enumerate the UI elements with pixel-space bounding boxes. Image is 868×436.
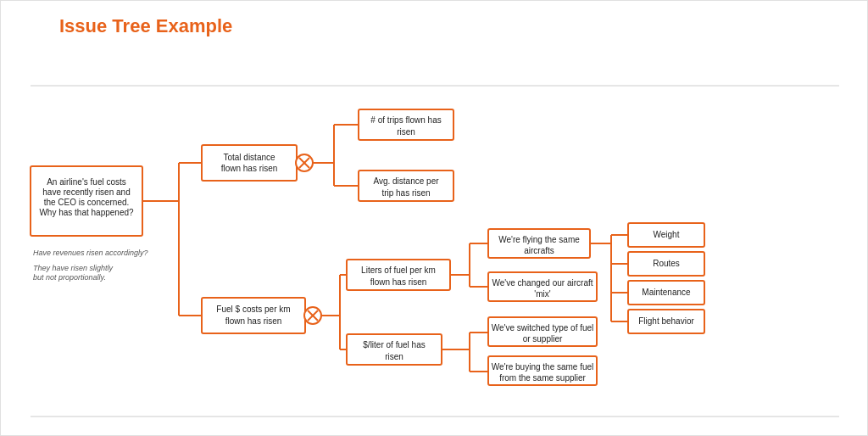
root-text3: the CEO is concerned. bbox=[44, 198, 130, 207]
root-text4: Why has that happened? bbox=[39, 208, 134, 217]
right4-text: Flight behavior bbox=[638, 316, 694, 326]
branch1-text2: flown has risen bbox=[221, 164, 278, 173]
right1-text: Weight bbox=[654, 230, 680, 239]
leaf2-1-1-text2: aircrafts bbox=[524, 246, 554, 255]
mid2-1-text1: Liters of fuel per km bbox=[361, 266, 436, 275]
leaf1-1-text2: risen bbox=[397, 127, 415, 137]
right2-text: Routes bbox=[653, 259, 680, 268]
mid2-2-text1: $/liter of fuel has bbox=[363, 340, 425, 349]
root-text: An airline's fuel costs bbox=[47, 177, 126, 187]
leaf2-2-2-text2: from the same supplier bbox=[499, 373, 586, 383]
leaf1-2-text1: Avg. distance per bbox=[373, 176, 439, 186]
branch1-text1: Total distance bbox=[223, 153, 275, 162]
leaf2-2-1-text1: We've switched type of fuel bbox=[492, 323, 594, 333]
root-text2: have recently risen and bbox=[42, 187, 130, 197]
leaf2-1-2-text1: We've changed our aircraft bbox=[492, 278, 593, 288]
branch2-text1: Fuel $ costs per km bbox=[216, 305, 290, 314]
page: Issue Tree Example An airline's fuel cos… bbox=[0, 0, 868, 436]
note2a: They have risen slightly bbox=[33, 264, 114, 272]
diagram: An airline's fuel costs have recently ri… bbox=[1, 1, 868, 436]
leaf2-2-1-text2: or supplier bbox=[523, 334, 563, 344]
leaf2-1-2-text2: 'mix' bbox=[534, 289, 550, 299]
mid2-1-text2: flown has risen bbox=[370, 277, 427, 287]
note2b: but not proportionally. bbox=[33, 273, 106, 282]
leaf2-2-2-text1: We're buying the same fuel bbox=[492, 362, 594, 372]
leaf1-1-text1: # of trips flown has bbox=[370, 115, 441, 125]
note1: Have revenues risen accordingly? bbox=[33, 249, 148, 257]
right3-text: Maintenance bbox=[642, 288, 691, 297]
leaf2-1-1-text1: We're flying the same bbox=[498, 235, 580, 244]
branch2-text2: flown has risen bbox=[225, 316, 282, 326]
mid2-2-text2: risen bbox=[385, 352, 403, 361]
leaf1-2-text2: trip has risen bbox=[381, 188, 430, 198]
